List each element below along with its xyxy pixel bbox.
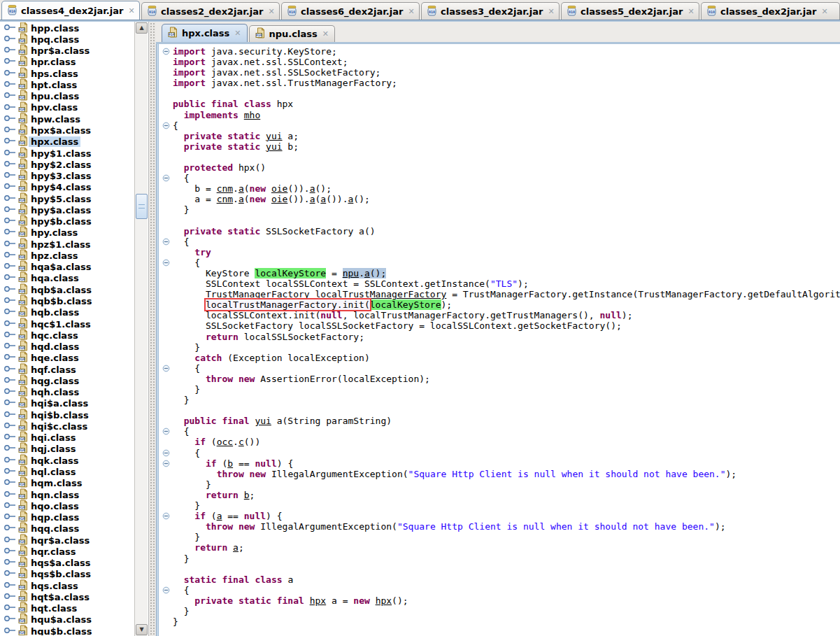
- code-fold-collapse-icon[interactable]: [159, 48, 173, 55]
- tree-item-hpp.class[interactable]: 010hpp.class: [0, 22, 134, 34]
- tree-item-hpw.class[interactable]: 010hpw.class: [0, 113, 134, 125]
- tree-item-hpy$4.class[interactable]: 010hpy$4.class: [0, 182, 134, 193]
- code-fold-collapse-icon[interactable]: [159, 174, 173, 182]
- code-link[interactable]: a: [320, 194, 326, 204]
- tree-item-hpy$2.class[interactable]: 010hpy$2.class: [0, 159, 134, 170]
- code-fold-collapse-icon[interactable]: [159, 365, 173, 372]
- tree-item-hqt.class[interactable]: 010hqt.class: [0, 603, 134, 614]
- tree-item-hqu$b.class[interactable]: 010hqu$b.class: [0, 626, 134, 635]
- code-link[interactable]: hpx: [310, 595, 326, 606]
- jar-tab-classes5_dex2jar.jar[interactable]: 010classes5_dex2jar.jar✕: [561, 2, 699, 20]
- code-fold-collapse-icon[interactable]: [159, 460, 173, 467]
- code-link[interactable]: b: [244, 490, 250, 500]
- close-icon[interactable]: ✕: [408, 8, 414, 15]
- tree-item-hpv.class[interactable]: 010hpv.class: [0, 102, 134, 113]
- jar-tab-classes4_dex2jar.jar[interactable]: 010classes4_dex2jar.jar✕: [1, 1, 140, 20]
- code-link[interactable]: a: [310, 183, 315, 194]
- close-icon[interactable]: ✕: [268, 8, 274, 15]
- tree-item-hqb.class[interactable]: 010hqb.class: [0, 307, 134, 318]
- tree-item-hql.class[interactable]: 010hql.class: [0, 466, 134, 477]
- tree-item-hqi$c.class[interactable]: 010hqi$c.class: [0, 421, 134, 432]
- tree-item-hpy.class[interactable]: 010hpy.class: [0, 227, 134, 239]
- jar-tab-classes3_dex2jar.jar[interactable]: 010classes3_dex2jar.jar✕: [421, 2, 560, 20]
- tree-item-hpu.class[interactable]: 010hpu.class: [0, 91, 134, 102]
- tree-item-hqu$a.class[interactable]: 010hqu$a.class: [0, 614, 134, 626]
- close-icon[interactable]: ✕: [234, 29, 241, 37]
- tree-item-hqs.class[interactable]: 010hqs.class: [0, 580, 134, 591]
- scroll-up-button[interactable]: ▲: [136, 22, 148, 34]
- tree-item-hpz$1.class[interactable]: 010hpz$1.class: [0, 239, 134, 250]
- code-link[interactable]: occ: [217, 437, 233, 447]
- code-fold-collapse-icon[interactable]: [159, 586, 173, 594]
- code-fold-collapse-icon[interactable]: [159, 449, 173, 457]
- code-link[interactable]: cnm: [217, 194, 233, 204]
- tree-vertical-scrollbar[interactable]: ▲ ▼: [134, 22, 148, 636]
- code-fold-collapse-icon[interactable]: [159, 427, 173, 435]
- tree-item-hqg.class[interactable]: 010hqg.class: [0, 375, 134, 386]
- tree-item-hqc.class[interactable]: 010hqc.class: [0, 330, 134, 341]
- code-fold-collapse-icon[interactable]: [159, 122, 173, 129]
- tree-item-hqi$b.class[interactable]: 010hqi$b.class: [0, 409, 134, 421]
- tree-item-hpx$a.class[interactable]: 010hpx$a.class: [0, 125, 134, 136]
- tree-item-hqe.class[interactable]: 010hqe.class: [0, 353, 134, 364]
- code-link[interactable]: oie: [271, 194, 287, 204]
- tree-item-hqd.class[interactable]: 010hqd.class: [0, 341, 134, 352]
- code-link[interactable]: a: [364, 268, 370, 278]
- tree-item-hpz.class[interactable]: 010hpz.class: [0, 250, 134, 261]
- code-link[interactable]: a: [233, 542, 239, 553]
- tree-item-hpy$5.class[interactable]: 010hpy$5.class: [0, 193, 134, 204]
- tree-item-hps.class[interactable]: 010hps.class: [0, 68, 134, 79]
- code-link[interactable]: a: [239, 194, 244, 204]
- code-link[interactable]: npu: [343, 268, 359, 278]
- close-icon[interactable]: ✕: [128, 7, 134, 15]
- source-tab-npu.class[interactable]: 010npu.class✕: [249, 25, 335, 42]
- code-viewport[interactable]: import java.security.KeyStore;import jav…: [159, 44, 840, 636]
- tree-item-hqo.class[interactable]: 010hqo.class: [0, 500, 134, 511]
- tree-item-hpx.class[interactable]: 010hpx.class: [0, 136, 134, 148]
- tree-item-hqa$a.class[interactable]: 010hqa$a.class: [0, 262, 134, 273]
- code-link[interactable]: cnm: [217, 183, 233, 194]
- tree-item-hqp.class[interactable]: 010hqp.class: [0, 511, 134, 523]
- code-link[interactable]: yui: [266, 141, 282, 152]
- code-link[interactable]: TrustManagerFactory localTrustManagerFac…: [206, 289, 446, 299]
- close-icon[interactable]: ✕: [322, 30, 329, 38]
- tree-expander-handle-icon[interactable]: [3, 625, 17, 635]
- tree-item-hqb$a.class[interactable]: 010hqb$a.class: [0, 284, 134, 295]
- code-link[interactable]: c: [239, 437, 244, 447]
- tree-item-hqr.class[interactable]: 010hqr.class: [0, 546, 134, 557]
- scroll-down-button[interactable]: ▼: [136, 624, 148, 635]
- code-fold-collapse-icon[interactable]: [159, 512, 173, 520]
- jar-tab-classes2_dex2jar.jar[interactable]: 010classes2_dex2jar.jar✕: [141, 2, 280, 20]
- close-icon[interactable]: ✕: [821, 8, 827, 15]
- code-link[interactable]: yui: [255, 416, 271, 426]
- tree-item-hqc$1.class[interactable]: 010hqc$1.class: [0, 318, 134, 330]
- tree-item-hpy$3.class[interactable]: 010hpy$3.class: [0, 170, 134, 181]
- code-link[interactable]: a: [310, 194, 315, 204]
- tree-item-hqs$a.class[interactable]: 010hqs$a.class: [0, 557, 134, 568]
- tree-item-hqh.class[interactable]: 010hqh.class: [0, 387, 134, 398]
- tree-item-hqa.class[interactable]: 010hqa.class: [0, 273, 134, 284]
- tree-item-hqm.class[interactable]: 010hqm.class: [0, 478, 134, 489]
- scrollbar-thumb[interactable]: [136, 194, 148, 219]
- source-tab-hpx.class[interactable]: 010hpx.class✕: [162, 24, 248, 42]
- tree-item-hqb$b.class[interactable]: 010hqb$b.class: [0, 295, 134, 306]
- code-link[interactable]: hpx: [376, 595, 392, 606]
- panel-splitter[interactable]: [149, 22, 156, 636]
- tree-item-hpy$b.class[interactable]: 010hpy$b.class: [0, 216, 134, 227]
- code-link[interactable]: b: [227, 458, 233, 469]
- tree-item-hqi$a.class[interactable]: 010hqi$a.class: [0, 398, 134, 409]
- tree-item-hpy$1.class[interactable]: 010hpy$1.class: [0, 148, 134, 159]
- tree-item-hpt.class[interactable]: 010hpt.class: [0, 79, 134, 90]
- tree-item-hqr$a.class[interactable]: 010hqr$a.class: [0, 535, 134, 546]
- jar-tab-classes6_dex2jar.jar[interactable]: 010classes6_dex2jar.jar✕: [281, 2, 420, 20]
- tree-item-hqi.class[interactable]: 010hqi.class: [0, 432, 134, 444]
- close-icon[interactable]: ✕: [688, 8, 694, 15]
- code-fold-collapse-icon[interactable]: [159, 238, 173, 246]
- tree-item-hqj.class[interactable]: 010hqj.class: [0, 444, 134, 455]
- tree-item-hpr$a.class[interactable]: 010hpr$a.class: [0, 45, 134, 57]
- code-link[interactable]: a: [239, 183, 244, 194]
- code-link[interactable]: mho: [244, 110, 260, 120]
- tree-item-hqn.class[interactable]: 010hqn.class: [0, 489, 134, 500]
- tree-item-hpr.class[interactable]: 010hpr.class: [0, 57, 134, 68]
- tree-item-hqs$b.class[interactable]: 010hqs$b.class: [0, 569, 134, 580]
